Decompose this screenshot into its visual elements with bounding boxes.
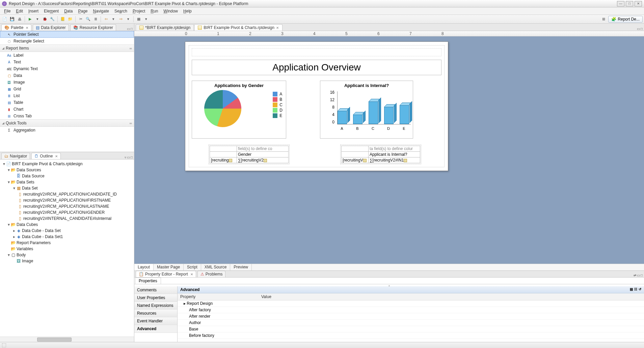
palette-pointer-select[interactable]: ↖ Pointer Select [0, 31, 134, 38]
tab-outline[interactable]: 🗒 Outline ✕ [31, 153, 61, 159]
search-button[interactable]: 🔍 [85, 16, 91, 23]
open-perspective-button[interactable]: ⊞ [600, 16, 607, 23]
menu-element[interactable]: Element [41, 8, 61, 14]
palette-item-table[interactable]: ▤Table [0, 99, 134, 106]
palette-item-label[interactable]: AaLabel [0, 52, 134, 59]
palette-item-chart[interactable]: ▮Chart [0, 106, 134, 113]
new-button[interactable]: 📄 [1, 16, 8, 23]
cat-resources[interactable]: Resources [134, 310, 177, 317]
save-button[interactable]: 💾 [9, 16, 16, 23]
palette-item-dynamic-text[interactable]: ab|Dynamic Text [0, 65, 134, 72]
run-button[interactable]: ▶ [27, 16, 33, 23]
palette-item-list[interactable]: ≣List [0, 92, 134, 99]
tree-cube[interactable]: ▸◈Data Cube - Data Set [1, 228, 133, 234]
view-menu-icon[interactable]: ▿ [125, 155, 126, 159]
tab-resource-explorer[interactable]: 📚 Resource Explorer [70, 24, 116, 31]
minimize-button[interactable]: — [617, 1, 624, 6]
outline-h-scrollbar[interactable] [0, 337, 134, 342]
tree-body-image[interactable]: 🖼Image [1, 258, 133, 264]
tree-variables[interactable]: 📂Variables [1, 246, 133, 252]
tab-property-editor[interactable]: 📋 Property Editor - Report ✕ [136, 271, 196, 277]
cat-named-expressions[interactable]: Named Expressions [134, 302, 177, 310]
minimize-view-icon[interactable]: ▭ [127, 27, 130, 31]
tree-cube[interactable]: ▸◈Data Cube - Data Set1 [1, 234, 133, 240]
close-icon[interactable]: ✕ [190, 272, 193, 276]
toggle-ruler-icon[interactable]: ▾ [143, 16, 150, 23]
palette-item-image[interactable]: 🖼Image [0, 79, 134, 86]
tree-data-set[interactable]: ▾▦Data Set [1, 185, 133, 191]
mode-tab-layout[interactable]: Layout [134, 264, 154, 270]
maximize-button[interactable]: □ [626, 1, 633, 6]
cut-button[interactable]: ✂ [77, 16, 84, 23]
property-table[interactable]: PropertyValue ▸ Report Design After fact… [178, 293, 644, 342]
crosstab-internal[interactable]: ta field(s) to define colur Applicant is… [340, 145, 421, 164]
tree-column[interactable]: ▯recruitingV2#RCM_APPLICATION#LASTNAME [1, 203, 133, 209]
chart-applicant-is-internal[interactable]: Applicant is Internal? 1612840 ABCDE [320, 81, 413, 139]
print-button[interactable]: 🖶 [16, 16, 23, 23]
tree-root[interactable]: ▾📄BIRT Example Pivot & Charts.rptdesign [1, 161, 133, 167]
palette-item-grid[interactable]: ▦Grid [0, 86, 134, 92]
close-button[interactable]: ✕ [635, 1, 642, 6]
tree-data-cubes[interactable]: ▾📂Data Cubes [1, 222, 133, 228]
maximize-view-icon[interactable]: □ [131, 27, 133, 31]
tree-report-parameters[interactable]: 📂Report Parameters [1, 240, 133, 246]
pin-icon[interactable]: ∞ [130, 121, 132, 125]
close-icon[interactable]: ✕ [55, 154, 58, 158]
menu-insert[interactable]: Insert [26, 8, 41, 14]
toggle-breadcrumb-button[interactable]: ≣ [92, 16, 99, 23]
tree-column[interactable]: ▯recruitingV2#INTERNAL_CANDIDATE#IsInter… [1, 215, 133, 222]
maximize-view-icon[interactable]: □ [641, 27, 643, 31]
palette-item-aggregation[interactable]: ΣAggregation [0, 127, 134, 134]
menu-data[interactable]: Data [61, 8, 75, 14]
mode-tab-master-page[interactable]: Master Page [154, 264, 184, 270]
editor-tab-2[interactable]: BIRT Example Pivot & Charts.rptdesign ✕ [194, 24, 283, 31]
mode-tab-script[interactable]: Script [184, 264, 201, 270]
header-placeholder[interactable] [192, 48, 441, 56]
menu-help[interactable]: Help [181, 8, 194, 14]
palette-rectangle-select[interactable]: ◌ Rectangle Select [0, 38, 134, 45]
menu-project[interactable]: Project [130, 8, 148, 14]
pin-icon[interactable]: ∞ [130, 47, 132, 50]
tree-data-sets[interactable]: ▾📂Data Sets [1, 179, 133, 185]
menu-search[interactable]: Search [112, 8, 130, 14]
tree-data-source[interactable]: 🗄Data Source [1, 173, 133, 179]
new-report-button[interactable]: 📒 [59, 16, 66, 23]
maximize-view-icon[interactable]: □ [131, 155, 133, 159]
menu-file[interactable]: File [1, 8, 13, 14]
cat-event-handler[interactable]: Event Handler [134, 317, 177, 325]
perspective-report-design[interactable]: 🧩 Report De... [608, 16, 643, 23]
palette-item-text[interactable]: AText [0, 59, 134, 65]
palette-item-data[interactable]: ▢Data [0, 72, 134, 79]
menu-window[interactable]: Window [161, 8, 181, 14]
subtab-properties[interactable]: Properties [135, 278, 161, 284]
show-groups-icon[interactable]: ☷ [634, 287, 637, 292]
tree-data-sources[interactable]: ▾📂Data Sources [1, 167, 133, 173]
link-editor-icon[interactable]: ⇄ [634, 273, 636, 277]
tree-column[interactable]: ▯recruitingV2#RCM_APPLICATION#CANDIDATE_… [1, 191, 133, 197]
maximize-view-icon[interactable]: □ [641, 273, 643, 277]
menu-edit[interactable]: Edit [13, 8, 26, 14]
back-button[interactable]: ⇦ [103, 16, 109, 23]
new-folder-button[interactable]: 📁 [67, 16, 74, 23]
tab-data-explorer[interactable]: ▤ Data Explorer [33, 24, 69, 31]
palette-section-report-items[interactable]: ◢ Report Items ∞ [0, 45, 134, 52]
report-page[interactable]: Application Overview Applications by Gen… [185, 41, 448, 171]
tab-navigator[interactable]: 🗂 Navigator [1, 153, 30, 159]
mode-tab-preview[interactable]: Preview [230, 264, 252, 270]
tree-body[interactable]: ▾▢Body [1, 252, 133, 258]
run-dropdown-icon[interactable]: ▾ [34, 16, 41, 23]
palette-section-quick-tools[interactable]: ◢ Quick Tools ∞ [0, 119, 134, 127]
crosstab-gender[interactable]: field(s) to define co Gender [recruiting… [209, 145, 290, 164]
report-title-box[interactable]: Application Overview [192, 60, 441, 75]
chart-applications-by-gender[interactable]: Applications by Gender A B C D E [192, 81, 286, 139]
close-icon[interactable]: ✕ [26, 26, 28, 30]
menu-navigate[interactable]: Navigate [90, 8, 112, 14]
debug-button[interactable]: 🐞 [42, 16, 48, 23]
menu-page[interactable]: Page [75, 8, 90, 14]
ext-tools-button[interactable]: 🔧 [49, 16, 56, 23]
mode-tab-xml-source[interactable]: XML Source [201, 264, 231, 270]
toggle-grid-button[interactable]: ▦ [135, 16, 142, 23]
restore-defaults-icon[interactable]: ↺ [639, 287, 641, 292]
tree-column[interactable]: ▯recruitingV2#RCM_APPLICATION#GENDER [1, 209, 133, 215]
back-drop-icon[interactable]: ▾ [110, 16, 117, 23]
